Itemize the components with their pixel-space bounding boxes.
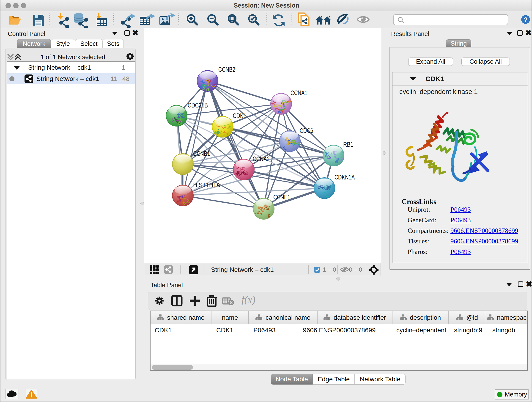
svg-text:CCNA2: CCNA2 — [253, 155, 270, 162]
svg-text:CCNB2: CCNB2 — [218, 66, 235, 73]
svg-text:CCNB1: CCNB1 — [193, 150, 210, 157]
svg-text:HIST1H1A: HIST1H1A — [193, 181, 220, 189]
svg-text:String Network – cdk1: String Network – cdk1 — [211, 266, 274, 273]
svg-text:1 – 0: 1 – 0 — [323, 266, 336, 273]
svg-text:CDC25B: CDC25B — [188, 102, 208, 109]
svg-text:RB1: RB1 — [343, 141, 353, 148]
svg-text:CCNE1: CCNE1 — [273, 193, 290, 201]
svg-text:f(x): f(x) — [241, 294, 255, 305]
svg-text:CDK1: CDK1 — [233, 112, 246, 119]
svg-text:CCNA1: CCNA1 — [291, 89, 307, 96]
svg-text:?: ? — [524, 16, 528, 23]
svg-text:CDKN1A: CDKN1A — [335, 173, 355, 181]
svg-text:CDC6: CDC6 — [300, 127, 313, 134]
svg-text:0 – 0: 0 – 0 — [349, 266, 362, 273]
